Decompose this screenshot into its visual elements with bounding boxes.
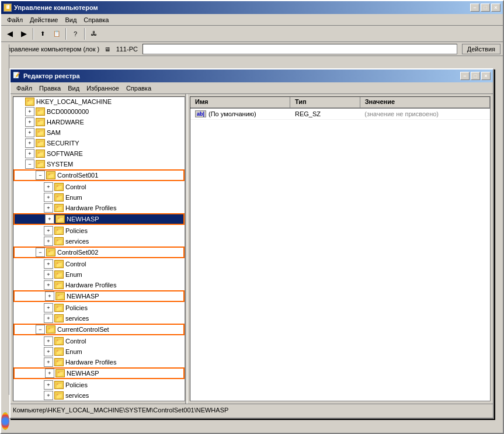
tree-item-cs002-services[interactable]: +📁services bbox=[13, 313, 185, 324]
tree-item-cs001-control[interactable]: +📁Control bbox=[13, 182, 185, 192]
tree-item-ccs-newhasp[interactable]: +📁NEWHASP bbox=[13, 367, 185, 379]
expander-cs001-newhasp[interactable]: + bbox=[45, 214, 54, 224]
tree-item-cs001-hwprofiles[interactable]: +📁Hardware Profiles bbox=[13, 203, 185, 213]
values-row-0[interactable]: ab|(По умолчанию)REG_SZ(значение не прис… bbox=[190, 109, 490, 120]
folder-icon-cs001-services: 📁 bbox=[54, 237, 64, 245]
tree-item-cs001-newhasp[interactable]: +📁NEWHASP bbox=[13, 213, 185, 225]
outer-close-button[interactable]: × bbox=[491, 4, 500, 12]
expander-cs001-enum[interactable]: + bbox=[44, 193, 53, 202]
help-button[interactable]: ? bbox=[69, 27, 82, 40]
values-value-0: (значение не присвоено) bbox=[360, 110, 490, 118]
panel-splitter[interactable] bbox=[185, 94, 187, 404]
tree-item-ccs-control[interactable]: +📁Control bbox=[13, 336, 185, 346]
expander-system[interactable]: − bbox=[25, 159, 34, 169]
expander-security[interactable]: + bbox=[25, 138, 34, 148]
expander-cs002-policies[interactable]: + bbox=[44, 303, 53, 313]
menu-view[interactable]: Вид bbox=[61, 15, 80, 25]
expander-sam[interactable]: + bbox=[25, 128, 34, 137]
forward-button[interactable]: ▶ bbox=[18, 27, 30, 40]
up-button[interactable]: ⬆ bbox=[36, 27, 49, 40]
tree-item-hardware[interactable]: +📁HARDWARE bbox=[13, 117, 185, 127]
expander-bcd[interactable]: + bbox=[25, 107, 34, 116]
menu-help[interactable]: Справка bbox=[80, 15, 112, 25]
tree-item-cs002-policies[interactable]: +📁Policies bbox=[13, 303, 185, 313]
tree-item-mounteddevices[interactable]: 📁MountedDevices bbox=[13, 401, 185, 401]
tree-label-hardware: HARDWARE bbox=[47, 119, 84, 126]
expander-ccs-control[interactable]: + bbox=[44, 336, 53, 346]
expander-cs001-policies[interactable]: + bbox=[44, 226, 53, 235]
tree-item-software[interactable]: +📁SOFTWARE bbox=[13, 148, 185, 159]
tree-item-ccs-hwprofiles[interactable]: +📁Hardware Profiles bbox=[13, 357, 185, 367]
tree-item-ccs[interactable]: −📁CurrentControlSet bbox=[13, 324, 185, 335]
expander-ccs-newhasp[interactable]: + bbox=[45, 369, 54, 378]
regedit-menu-view[interactable]: Вид bbox=[64, 84, 83, 93]
tree-label-cs001: ControlSet001 bbox=[57, 172, 98, 179]
expander-cs001-services[interactable]: + bbox=[44, 237, 53, 246]
toolbar-separator-1 bbox=[33, 28, 34, 40]
folder-icon-cs001-policies: 📁 bbox=[54, 227, 64, 235]
registry-tree-panel[interactable]: 📁HKEY_LOCAL_MACHINE+📁BCD00000000+📁HARDWA… bbox=[13, 96, 185, 401]
expander-cs001-control[interactable]: + bbox=[44, 182, 53, 192]
tree-item-cs001-enum[interactable]: +📁Enum bbox=[13, 192, 185, 203]
chrome-icon[interactable] bbox=[1, 412, 9, 430]
tree-item-ccs-policies[interactable]: +📁Policies bbox=[13, 380, 185, 390]
tree-item-cs001-services[interactable]: +📁services bbox=[13, 236, 185, 246]
expander-ccs-hwprofiles[interactable]: + bbox=[44, 357, 53, 367]
actions-button[interactable]: Действия bbox=[462, 44, 500, 54]
tree-item-bcd[interactable]: +📁BCD00000000 bbox=[13, 106, 185, 117]
regedit-title-text: Редактор реестра bbox=[23, 72, 80, 79]
expander-ccs-services[interactable]: + bbox=[44, 391, 53, 400]
tree-item-ccs-enum[interactable]: +📁Enum bbox=[13, 346, 185, 357]
expander-cs002-newhasp[interactable]: + bbox=[45, 291, 54, 301]
expander-cs001-hwprofiles[interactable]: + bbox=[44, 203, 53, 213]
regedit-minimize-button[interactable]: − bbox=[460, 72, 470, 80]
tree-item-cs002-enum[interactable]: +📁Enum bbox=[13, 269, 185, 280]
expander-cs002[interactable]: − bbox=[36, 248, 45, 257]
show-hide-button[interactable]: 📋 bbox=[50, 27, 63, 40]
regedit-maximize-button[interactable]: □ bbox=[471, 72, 480, 80]
menu-action[interactable]: Действие bbox=[26, 15, 61, 25]
tree-item-cs002-control[interactable]: +📁Control bbox=[13, 259, 185, 269]
expander-ccs-enum[interactable]: + bbox=[44, 347, 53, 356]
tree-item-system[interactable]: −📁SYSTEM bbox=[13, 159, 185, 169]
outer-minimize-button[interactable]: − bbox=[470, 4, 479, 12]
expander-cs001[interactable]: − bbox=[36, 171, 45, 180]
expander-ccs[interactable]: − bbox=[36, 325, 45, 334]
menu-file[interactable]: Файл bbox=[4, 15, 26, 25]
folder-icon-ccs: 📁 bbox=[46, 325, 55, 334]
address-label-text: Управление компьютером (лок ) 🖥 111-PC bbox=[4, 46, 138, 53]
folder-icon-software: 📁 bbox=[36, 150, 45, 158]
expander-cs002-enum[interactable]: + bbox=[44, 270, 53, 279]
expander-cs002-control[interactable]: + bbox=[44, 259, 53, 269]
tree-item-cs001[interactable]: −📁ControlSet001 bbox=[13, 169, 185, 181]
tree-item-cs001-policies[interactable]: +📁Policies bbox=[13, 225, 185, 236]
tree-item-hklm[interactable]: 📁HKEY_LOCAL_MACHINE bbox=[13, 97, 185, 106]
regedit-menu-help[interactable]: Справка bbox=[123, 84, 155, 93]
regedit-close-button[interactable]: × bbox=[481, 72, 491, 80]
outer-maximize-button[interactable]: □ bbox=[481, 4, 490, 12]
expander-cs002-services[interactable]: + bbox=[44, 314, 53, 323]
regedit-menu-file[interactable]: Файл bbox=[13, 84, 36, 93]
tree-item-cs002-newhasp[interactable]: +📁NEWHASP bbox=[13, 290, 185, 302]
tree-item-cs002[interactable]: −📁ControlSet002 bbox=[13, 246, 185, 258]
tree-item-cs002-hwprofiles[interactable]: +📁Hardware Profiles bbox=[13, 280, 185, 290]
status-path-text: Компьютер\HKEY_LOCAL_MACHINE\SYSTEM\Cont… bbox=[13, 407, 228, 414]
address-input[interactable] bbox=[142, 44, 457, 54]
tree-label-ccs-newhasp: NEWHASP bbox=[67, 370, 99, 377]
tree-item-sam[interactable]: +📁SAM bbox=[13, 127, 185, 138]
expander-software[interactable]: + bbox=[25, 149, 34, 158]
outer-menubar: Файл Действие Вид Справка bbox=[1, 14, 503, 26]
values-name-text-0: (По умолчанию) bbox=[208, 110, 256, 117]
expander-hardware[interactable]: + bbox=[25, 117, 34, 127]
expander-ccs-policies[interactable]: + bbox=[44, 380, 53, 390]
folder-icon-bcd: 📁 bbox=[36, 107, 45, 116]
regedit-menu-edit[interactable]: Правка bbox=[36, 84, 64, 93]
back-button[interactable]: ◀ bbox=[4, 27, 16, 40]
network-button[interactable]: 🖧 bbox=[88, 27, 100, 40]
tree-label-ccs-enum: Enum bbox=[65, 348, 82, 355]
tree-item-security[interactable]: +📁SECURITY bbox=[13, 138, 185, 148]
regedit-menu-favorites[interactable]: Избранное bbox=[83, 84, 123, 93]
tree-item-ccs-services[interactable]: +📁services bbox=[13, 390, 185, 401]
folder-icon-cs002-enum: 📁 bbox=[54, 270, 64, 279]
expander-cs002-hwprofiles[interactable]: + bbox=[44, 280, 53, 290]
